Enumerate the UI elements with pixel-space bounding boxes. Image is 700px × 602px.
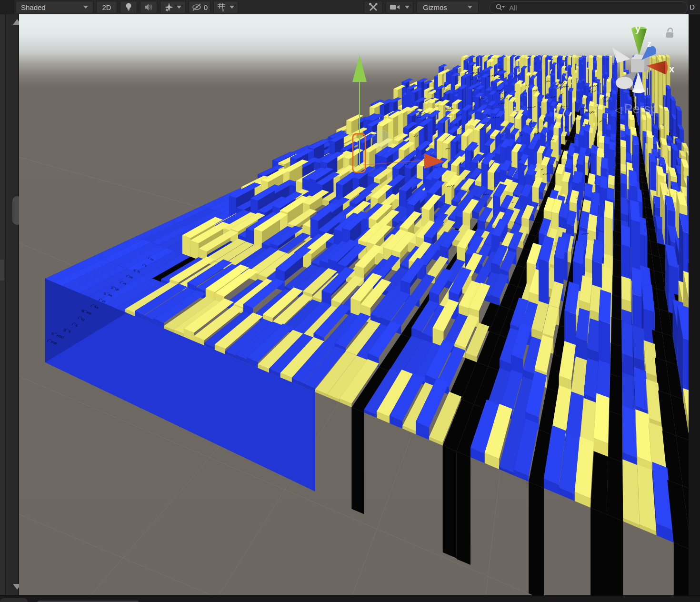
search-input[interactable] — [508, 3, 672, 12]
chevron-down-icon — [83, 6, 88, 9]
eye-hidden-icon — [191, 3, 202, 11]
chevron-down-icon — [230, 6, 234, 9]
lock-open-icon[interactable] — [665, 27, 676, 39]
splitter-handle[interactable] — [0, 260, 4, 281]
gizmo-cube[interactable] — [631, 59, 644, 72]
axis-z-label: z — [647, 39, 651, 49]
right-panel-tab[interactable]: D — [688, 0, 700, 14]
camera-dropdown-button[interactable] — [386, 1, 413, 13]
right-panel-tab-label: D — [690, 3, 695, 11]
toggle-2d-button[interactable]: 2D — [96, 1, 117, 13]
search-icon — [495, 3, 505, 12]
bottom-tab[interactable] — [0, 598, 28, 602]
scene-viewport[interactable] — [19, 14, 689, 595]
grid-visibility-dropdown[interactable]: y — [213, 1, 238, 13]
chevron-down-icon — [405, 6, 410, 9]
axis-neg-y-cap — [632, 89, 645, 93]
audio-toggle-button[interactable] — [140, 1, 157, 13]
lamp-icon — [124, 2, 133, 12]
axis-x-label: x — [669, 64, 674, 74]
effects-star-icon — [164, 2, 174, 12]
persp-arrow-icon: ◁ — [615, 104, 622, 115]
window-corner — [0, 0, 14, 14]
gizmos-label: Gizmos — [423, 3, 447, 11]
shading-mode-dropdown[interactable]: Shaded — [16, 1, 93, 13]
lighting-toggle-button[interactable] — [120, 1, 137, 13]
2d-label: 2D — [102, 3, 111, 11]
left-panel-edge — [0, 14, 19, 595]
axis-y-label: y — [635, 23, 641, 34]
vertical-scrollbar[interactable] — [6, 14, 19, 595]
chevron-down-icon — [177, 6, 181, 9]
scene-tools-button[interactable] — [364, 1, 383, 13]
scene-search-field[interactable] — [490, 1, 688, 14]
right-panel-edge — [689, 14, 700, 595]
panel-splitter[interactable] — [0, 14, 6, 595]
effects-dropdown-button[interactable] — [160, 1, 186, 13]
camera-icon — [390, 3, 400, 11]
projection-mode-label[interactable]: ◁ Persp — [615, 102, 658, 117]
gizmos-dropdown[interactable]: Gizmos — [417, 1, 479, 13]
scene-toolbar: Shaded 2D — [0, 0, 700, 15]
hidden-count: 0 — [204, 3, 208, 11]
bottom-statusbar — [0, 595, 700, 602]
unity-scene-view: Shaded 2D — [0, 0, 700, 602]
grid-snap-icon: y — [217, 2, 227, 12]
shading-mode-label: Shaded — [21, 3, 46, 11]
tools-icon — [368, 2, 379, 12]
axis-neg-z-cap — [616, 77, 633, 89]
audio-icon — [144, 3, 153, 11]
axis-neg-x-cone[interactable] — [612, 48, 630, 63]
chevron-down-icon — [468, 6, 472, 9]
hidden-objects-button[interactable]: 0 — [189, 1, 210, 13]
svg-text:y: y — [222, 7, 224, 12]
gizmo-cube-side — [644, 57, 650, 72]
